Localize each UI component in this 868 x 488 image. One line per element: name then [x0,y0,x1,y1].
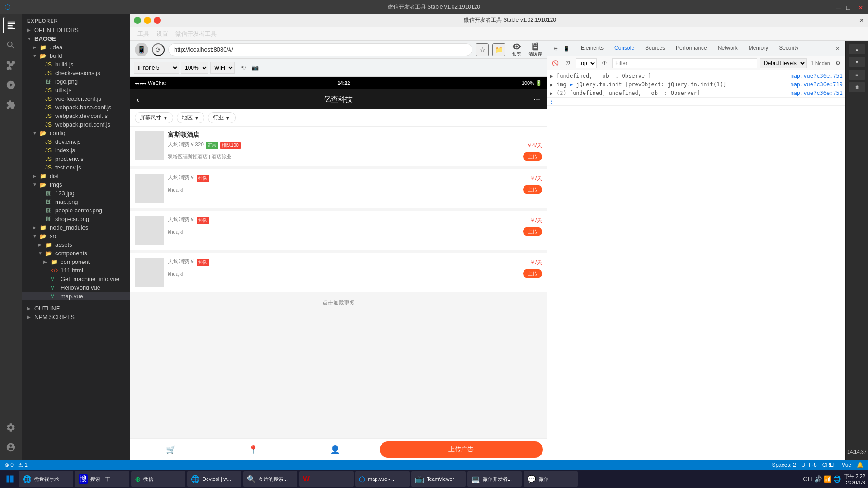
upload-button[interactable]: 上传 [523,269,542,278]
browser-minimize-yellow[interactable] [144,17,151,24]
tab-sources[interactable]: Sources [640,41,670,56]
encoding-indicator[interactable]: UTF-8 [802,462,817,468]
console-prompt[interactable]: ❯ [547,98,845,106]
activity-explorer[interactable] [3,17,19,33]
devtools-device-button[interactable]: 📱 [562,44,571,53]
file-webpack-base[interactable]: JS webpack.base.conf.js [22,103,130,112]
file-index-js[interactable]: JS index.js [22,146,130,155]
taskbar-teamviewer[interactable]: 📺 TeamViewer [411,471,466,487]
address-bar[interactable] [168,43,472,56]
loading-more-text[interactable]: 点击加载更多 [130,296,547,310]
menu-settings[interactable]: 设置 [153,28,172,40]
more-button[interactable]: ··· [533,95,540,104]
devtools-inspect-button[interactable]: ⊕ [551,44,560,53]
baoge-section[interactable]: ▼ BAOGE [22,34,130,43]
rotate-icon[interactable]: ⟲ [238,63,248,73]
cart-icon[interactable]: 🛒 [130,445,212,455]
open-editors-section[interactable]: ▶ OPEN EDITORS [22,26,130,34]
upload-ad-button[interactable]: 上传广告 [380,441,543,458]
folder-dist[interactable]: ▶ 📁 dist [22,172,130,180]
error-count[interactable]: ⊗ 0 [5,462,14,468]
taskbar-wechat-miniapp[interactable]: ⊕ 微信 [131,471,185,487]
file-check-versions-js[interactable]: JS check-versions.js [22,69,130,77]
activity-extensions[interactable] [3,97,19,113]
file-prod-env[interactable]: JS prod.env.js [22,155,130,163]
console-history-button[interactable]: ⏱ [563,58,573,68]
activity-search[interactable] [3,37,19,53]
upload-button[interactable]: 上传 [523,152,542,161]
bookmark-button[interactable]: ☆ [476,43,489,56]
file-get-machine-info[interactable]: V Get_machine_info.vue [22,275,130,283]
taskbar-wechat-surgery[interactable]: 🌐 微近视手术 [19,471,73,487]
file-build-js[interactable]: JS build.js [22,60,130,69]
cache-button[interactable]: 清缓存 [528,42,542,57]
file-people-center-png[interactable]: 🖼 people-center.png [22,206,130,215]
taskbar-wps[interactable]: W [299,471,354,487]
tab-elements[interactable]: Elements [576,41,609,56]
up-arrow-button[interactable]: ▲ [849,44,865,54]
upload-button[interactable]: 上传 [523,185,542,194]
close-devtools-button[interactable]: ✕ [833,44,842,53]
folder-src[interactable]: ▼ 📂 src [22,232,130,240]
file-test-env[interactable]: JS test.env.js [22,163,130,172]
console-link-3[interactable]: map.vue?c36e:751 [790,90,843,96]
minimize-button[interactable]: ─ [836,4,842,9]
network-selector[interactable]: WiFi [210,62,235,74]
folder-idea[interactable]: ▶ 📁 .idea [22,43,130,52]
file-vue-loader[interactable]: JS vue-loader.conf.js [22,94,130,103]
console-filter-input[interactable] [612,58,757,68]
spaces-indicator[interactable]: Spaces: 2 [772,462,796,468]
folder-build[interactable]: ▼ 📂 build [22,52,130,60]
log-levels-selector[interactable]: Default levels [760,58,807,68]
taskbar-chrome-devtool[interactable]: 🌐 Devtool | w... [187,471,241,487]
console-link-2[interactable]: map.vue?c36e:719 [790,81,843,88]
maximize-button[interactable]: □ [846,4,852,9]
context-selector[interactable]: top [576,58,597,68]
file-shop-car-png[interactable]: 🖼 shop-car.png [22,215,130,223]
file-dev-env[interactable]: JS dev.env.js [22,137,130,146]
tab-memory[interactable]: Memory [743,41,774,56]
console-settings-button[interactable]: ⚙ [833,58,843,68]
outline-toggle[interactable]: ▶ OUTLINE [22,304,130,313]
file-map-png[interactable]: 🖼 map.png [22,197,130,206]
trash-icon-button[interactable]: 🗑 [849,82,865,92]
device-selector[interactable]: iPhone 5 [134,62,179,74]
down-arrow-button[interactable]: ▼ [849,57,865,67]
browser-close-green[interactable] [134,17,141,24]
activity-account[interactable] [3,439,19,455]
filter-industry[interactable]: 行业 ▼ [208,112,236,123]
folder-component[interactable]: ▶ 📁 component [22,258,130,266]
list-icon-button[interactable]: ≡ [849,70,865,80]
browser-win-close[interactable]: ✕ [859,17,864,24]
taskbar-search[interactable]: 搜 搜索一下 [75,471,129,487]
expand-arrow[interactable]: ▶ [550,91,557,96]
expand-arrow[interactable]: ▶ [550,82,557,87]
taskbar-wechat-app[interactable]: 💬 微信 [524,471,578,487]
location-icon[interactable]: 📍 [212,445,294,455]
more-tools-button[interactable]: ⋮ [823,44,832,53]
taskbar-wechat-devtools[interactable]: 💻 微信开发者... [467,471,522,487]
menu-tools[interactable]: 工具 [134,28,153,40]
capture-icon[interactable]: 📷 [250,63,260,73]
taskbar-vscode[interactable]: ⬡ map.vue -... [355,471,410,487]
folder-config[interactable]: ▼ 📂 config [22,129,130,137]
upload-button[interactable]: 上传 [523,227,542,236]
activity-debug[interactable] [3,77,19,93]
taskbar-image-search[interactable]: 🔍 图片的搜索... [243,471,297,487]
file-111-html[interactable]: </> 111.html [22,266,130,275]
tab-security[interactable]: Security [774,41,804,56]
warning-count[interactable]: ⚠ 1 [18,462,28,468]
reload-button[interactable]: ⟳ [152,43,165,56]
file-webpack-prod[interactable]: JS webpack.prod.conf.js [22,120,130,129]
folder-assets[interactable]: ▶ 📁 assets [22,240,130,249]
start-button[interactable] [3,472,17,486]
browser-fullscreen-red[interactable] [154,17,161,24]
menu-wechat-devtools[interactable]: 微信开发者工具 [172,28,220,40]
line-endings-indicator[interactable]: CRLF [822,462,836,468]
file-webpack-dev[interactable]: JS webpack.dev.conf.js [22,112,130,120]
console-link-1[interactable]: map.vue?c36e:751 [790,73,843,79]
filter-region[interactable]: 地区 ▼ [177,112,204,123]
file-123-jpg[interactable]: 🖼 123.jpg [22,189,130,197]
tab-network[interactable]: Network [712,41,743,56]
language-indicator[interactable]: Vue [842,462,851,468]
